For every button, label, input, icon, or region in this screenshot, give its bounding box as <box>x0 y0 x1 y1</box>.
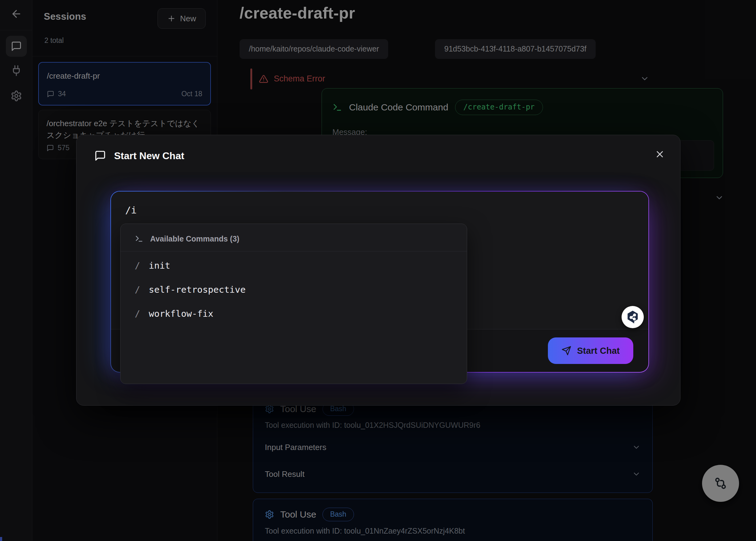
start-chat-button[interactable]: Start Chat <box>548 337 633 364</box>
commands-dropdown-header: Available Commands (3) <box>135 232 239 246</box>
modal-title: Start New Chat <box>114 150 185 162</box>
close-button[interactable] <box>651 146 668 163</box>
hexagon-chat-share-logo-icon <box>625 309 641 325</box>
command-slash: / <box>135 308 140 319</box>
extension-logo-button[interactable] <box>621 306 644 328</box>
send-icon <box>562 346 571 356</box>
app-screen: Sessions New 2 total /create-draft-pr 34… <box>0 0 756 541</box>
modal-header: Start New Chat <box>94 150 185 162</box>
start-new-chat-modal: Start New Chat /i Start Chat <box>76 135 680 406</box>
divider <box>121 251 467 252</box>
command-option-init[interactable]: / init <box>121 255 467 276</box>
command-name: init <box>149 260 170 271</box>
command-option-workflow-fix[interactable]: / workflow-fix <box>121 303 467 324</box>
chat-bubble-icon <box>94 150 106 162</box>
command-option-self-retrospective[interactable]: / self-retrospective <box>121 279 467 300</box>
start-chat-label: Start Chat <box>577 346 620 356</box>
commands-header-label: Available Commands (3) <box>150 235 239 244</box>
terminal-icon <box>135 235 143 243</box>
available-commands-dropdown: Available Commands (3) / init / self-ret… <box>120 224 467 384</box>
command-slash: / <box>135 284 140 295</box>
typed-input-value: /i <box>125 205 137 216</box>
command-name: self-retrospective <box>149 284 245 295</box>
command-name: workflow-fix <box>149 308 213 319</box>
command-slash: / <box>135 260 140 271</box>
close-icon <box>654 149 665 160</box>
